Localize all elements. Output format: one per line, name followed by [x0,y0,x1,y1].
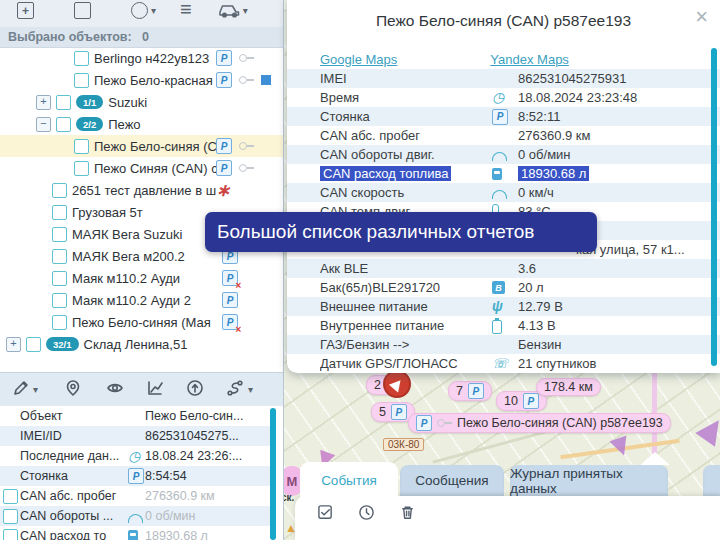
tree-group[interactable]: + 32/1 Склад Ленина,51 [0,333,283,355]
chevron-down-icon[interactable]: ▾ [33,384,38,395]
detail-row[interactable]: CAN абс. пробег 276360.9 км [0,486,270,506]
checkbox[interactable] [74,161,89,176]
send-command-button[interactable] [186,379,204,400]
key-icon [239,53,254,63]
add-square-icon: + [17,2,34,19]
add-object-button[interactable]: + [17,2,34,19]
tab-extra[interactable] [703,465,720,496]
checkbox[interactable] [52,227,67,242]
tree-item-selected[interactable]: Пежо Бело-синяя (С [0,135,283,157]
sidebar-toolbar: + ▾ ≡ ▾ [0,0,283,30]
watch-button[interactable] [106,379,124,400]
checkbox[interactable] [74,139,89,154]
checkbox[interactable] [74,51,89,66]
checkbox[interactable] [52,315,67,330]
vehicle-filter-button[interactable]: ▾ [218,2,248,18]
info-row[interactable]: Бак(65л)BLE291720 20 л [287,278,720,297]
promo-banner: Большой список различных отчетов [205,212,597,252]
satellite-icon [492,356,508,371]
map-badge-7[interactable]: 7 [448,381,492,401]
checkbox-icon [317,504,334,521]
tree-item[interactable]: 2651 тест давление в ш [0,179,283,201]
detail-row[interactable]: CAN расход то 18930.68 л [0,526,270,540]
map-unit-label[interactable]: Пежо Бело-синяя (CAN) p587ee193 [408,413,671,433]
info-row[interactable]: IMEI 862531045275931 [287,69,720,88]
checkbox[interactable] [56,95,71,110]
list-view-button[interactable]: ≡ [180,2,192,17]
maps-links-row: Google Maps Yandex Maps [287,50,720,69]
time-filter-button[interactable] [358,504,375,524]
popup-scrollbar[interactable] [711,48,717,366]
checkbox[interactable] [52,293,67,308]
info-row[interactable]: CAN обороты двиг. 0 об/мин [287,145,720,164]
checkbox[interactable] [52,205,67,220]
tree-item[interactable]: Пежо Синяя (CAN) с [0,157,283,179]
chart-button[interactable] [146,379,164,400]
info-row[interactable]: Внутреннее питание 4.13 В [287,316,720,335]
sidebar-scrollbar[interactable] [270,408,276,540]
select-area-button[interactable] [74,2,91,19]
expand-icon[interactable]: + [6,337,21,352]
info-row[interactable]: Акк BLE 3.6 [287,259,720,278]
google-maps-link[interactable]: Google Maps [320,52,397,67]
checkbox[interactable] [3,529,18,540]
tree-group[interactable]: − 2/2 Пежо [0,113,283,135]
panel-notch [640,452,670,465]
object-tree: Berlingo н422ув123 Пежо Бело-красная + 1… [0,47,283,355]
tab-events[interactable]: События [300,462,398,498]
detail-row[interactable]: CAN обороты ... 0 об/мин [0,506,270,526]
parking-icon [416,415,432,431]
location-pin-icon [64,379,82,397]
bottom-panel: Сообщения Журнал принятых данных События… [283,450,720,540]
clock-icon [358,504,375,521]
tree-item[interactable]: Пежо Бело-синяя (Мая [0,311,283,333]
tree-item[interactable]: Маяк м110.2 Ауди 2 [0,289,283,311]
checkbox[interactable] [74,73,89,88]
expand-icon[interactable]: + [36,95,51,110]
tab-messages[interactable]: Сообщения [400,465,504,496]
parking-icon [222,292,238,308]
info-row[interactable]: CAN абс. пробег 276360.9 км [287,126,720,145]
info-row[interactable]: CAN скорость 0 км/ч [287,183,720,202]
checkbox[interactable] [3,489,18,504]
tree-item[interactable]: Berlingo н422ув123 [0,47,283,69]
unit-details: Объект Пежо Бело-син... IMEI/ID 86253104… [0,406,270,540]
info-row[interactable]: Стоянка 8:52:11 [287,107,720,126]
locate-button[interactable] [64,379,82,400]
chevron-down-icon[interactable]: ▾ [248,384,253,395]
parking-off-icon [222,314,238,330]
collapse-icon[interactable]: − [36,117,51,132]
delete-button[interactable] [399,504,416,524]
checkbox[interactable] [3,509,18,524]
parking-icon [391,404,407,420]
info-row[interactable]: Время 18.08.2024 23:23:48 [287,88,720,107]
map-unit-marker[interactable] [383,370,411,398]
info-row[interactable]: Внешнее питание 12.79 В [287,297,720,316]
chevron-down-icon: ▾ [151,5,156,16]
clock-icon [128,449,140,464]
yandex-maps-link[interactable]: Yandex Maps [490,52,569,67]
chevron-down-icon: ▾ [243,5,248,16]
info-row-selected[interactable]: CAN расход топлива 18930.68 л [287,164,720,183]
checkbox[interactable] [52,271,67,286]
key-icon [437,418,452,428]
checkbox[interactable] [26,337,41,352]
tank-icon [492,281,505,294]
checkbox[interactable] [52,249,67,264]
parking-off-icon [222,270,238,286]
edit-button[interactable] [12,379,30,400]
select-all-button[interactable] [317,504,334,524]
checkbox[interactable] [56,117,71,132]
track-button[interactable] [226,379,244,400]
tree-group[interactable]: + 1/1 Suzuki [0,91,283,113]
map-distance-label: 178.4 км [536,378,601,396]
info-row[interactable]: ГАЗ/Бензин --> Бензин [287,335,720,354]
tab-log[interactable]: Журнал принятых данных [510,465,668,496]
tree-item[interactable]: Маяк м110.2 Ауди [0,267,283,289]
chart-icon [146,379,164,397]
tree-item[interactable]: Пежо Бело-красная [0,69,283,91]
close-icon[interactable]: × [695,6,708,28]
select-radius-button[interactable]: ▾ [131,2,156,19]
checkbox[interactable] [52,183,67,198]
info-row[interactable]: Датчик GPS/ГЛОНАСС 21 спутников [287,354,720,373]
